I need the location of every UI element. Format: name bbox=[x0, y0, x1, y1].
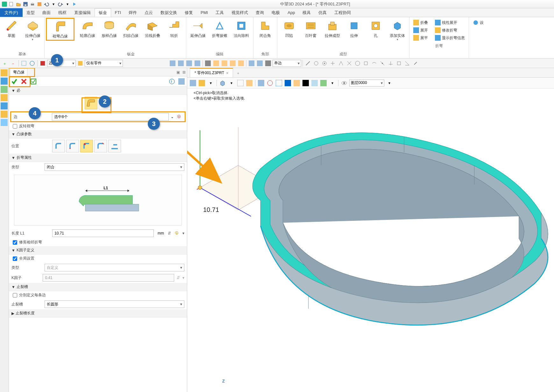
menu-pmi[interactable]: PMI bbox=[197, 8, 212, 17]
hem-flange-button[interactable]: 褶弯凸缘 bbox=[46, 18, 75, 41]
redo-dd-icon[interactable]: ▾ bbox=[64, 1, 71, 7]
fold-along-line-button[interactable]: 沿线折叠 bbox=[142, 18, 163, 39]
kfactor-input[interactable] bbox=[43, 274, 174, 282]
new-icon[interactable] bbox=[8, 1, 15, 7]
extrude-button[interactable]: 拉伸 bbox=[344, 18, 365, 39]
remove-sel-icon[interactable]: － bbox=[10, 60, 17, 67]
pos-opt-4[interactable] bbox=[94, 140, 107, 152]
sweep-flange-button[interactable]: 扫掠凸缘 bbox=[120, 18, 141, 39]
normal-cut-button[interactable]: 法向除料 bbox=[231, 18, 252, 39]
display-mode-icon[interactable] bbox=[76, 60, 84, 67]
display-select[interactable]: 仅有零件 bbox=[85, 60, 123, 67]
layer-select[interactable]: 图层0000 bbox=[349, 80, 384, 87]
menu-collab[interactable]: 工程协同 bbox=[330, 8, 355, 17]
save-as-icon[interactable] bbox=[36, 1, 43, 7]
length-pick-icon[interactable]: ⦿ bbox=[174, 231, 180, 235]
extrude-form-button[interactable]: 拉伸成型 bbox=[322, 18, 343, 39]
open-icon[interactable] bbox=[15, 1, 22, 7]
snap-icon-10[interactable] bbox=[379, 60, 386, 67]
menu-wireframe[interactable]: 线框 bbox=[54, 8, 70, 17]
trim-checkbox[interactable]: 修剪相邻折弯 bbox=[9, 238, 187, 246]
menu-weld[interactable]: 焊件 bbox=[125, 8, 141, 17]
tb-icon-e[interactable] bbox=[204, 60, 212, 67]
modify-bend-button[interactable]: 修改折弯 bbox=[434, 27, 458, 34]
hem-type-1[interactable] bbox=[85, 97, 97, 109]
extend-flange-button[interactable]: 延伸凸缘 bbox=[188, 18, 209, 39]
flatten-button[interactable]: 展平 bbox=[412, 34, 429, 41]
pos-opt-1[interactable] bbox=[52, 140, 65, 152]
pos-opt-3[interactable] bbox=[80, 140, 93, 152]
tb-icon-k[interactable] bbox=[256, 60, 264, 67]
section-bend-attr[interactable]: ▼折弯属性 bbox=[9, 154, 187, 162]
pos-opt-5[interactable] bbox=[108, 140, 121, 152]
menu-repair[interactable]: 修复 bbox=[181, 8, 197, 17]
snap-icon-8[interactable] bbox=[362, 60, 370, 67]
kfactor-stepper[interactable]: ⇵ bbox=[177, 276, 180, 280]
menu-app[interactable]: App bbox=[284, 8, 299, 17]
extrude-flange-button[interactable]: 拉伸凸缘 ▾ bbox=[23, 18, 43, 43]
option-select[interactable]: 单边 bbox=[273, 60, 301, 67]
louver-button[interactable]: 百叶窗 bbox=[300, 18, 321, 39]
snap-icon-14[interactable] bbox=[412, 60, 419, 67]
fold-button[interactable]: 折叠 bbox=[412, 19, 429, 26]
global-checkbox[interactable]: 全局设置 bbox=[9, 255, 187, 262]
menu-direct-edit[interactable]: 直接编辑 bbox=[70, 8, 95, 17]
sel-lasso-icon[interactable] bbox=[28, 60, 36, 67]
vt-icon-13[interactable] bbox=[320, 79, 327, 87]
left-tool-4[interactable] bbox=[1, 94, 8, 101]
close-tab-icon[interactable]: × bbox=[226, 71, 228, 75]
vt-icon-3[interactable]: ▾ bbox=[207, 79, 215, 87]
snap-icon-5[interactable] bbox=[337, 60, 345, 67]
linear-unfold-button[interactable]: 线性展开 bbox=[434, 19, 458, 26]
tb-icon-f[interactable] bbox=[212, 60, 220, 67]
add-tab-button[interactable]: ＋ bbox=[233, 69, 243, 77]
vt-icon-8[interactable] bbox=[275, 79, 283, 87]
undo-icon[interactable] bbox=[43, 1, 50, 7]
snap-icon-9[interactable] bbox=[370, 60, 378, 67]
viewport-canvas[interactable]: <Ctrl-pick>取消选择. <单击右键>获取实体输入选项. bbox=[187, 88, 554, 392]
tb-icon-i[interactable] bbox=[237, 60, 245, 67]
play-icon[interactable] bbox=[71, 1, 78, 7]
vt-icon-11[interactable] bbox=[302, 79, 309, 87]
tb-icon-b[interactable] bbox=[177, 60, 185, 67]
left-tool-5[interactable] bbox=[1, 102, 8, 109]
zw-logo-icon[interactable] bbox=[1, 1, 8, 7]
menu-modeling[interactable]: 造型 bbox=[23, 8, 39, 17]
snap-icon-3[interactable] bbox=[321, 60, 328, 67]
menu-sim[interactable]: 仿真 bbox=[315, 8, 330, 17]
bend-taper-button[interactable]: 折弯拔锥 bbox=[209, 18, 230, 39]
tb-icon-d[interactable] bbox=[194, 60, 201, 67]
cancel-button[interactable] bbox=[20, 77, 28, 86]
tb-icon-h[interactable] bbox=[229, 60, 237, 67]
vt-eye-icon[interactable] bbox=[340, 79, 348, 87]
section-flange-params[interactable]: ▼凸缘参数 bbox=[9, 130, 187, 138]
snap-icon-4[interactable] bbox=[329, 60, 337, 67]
length-dd-icon[interactable]: ▾ bbox=[182, 231, 184, 235]
length-stepper[interactable]: ⇵ bbox=[168, 231, 171, 235]
print-icon[interactable] bbox=[29, 1, 36, 7]
tb-icon-g[interactable] bbox=[221, 60, 228, 67]
vt-icon-7[interactable] bbox=[266, 79, 274, 87]
sketch-button[interactable]: 草图 bbox=[1, 18, 22, 39]
close-corner-button[interactable]: 闭合角 bbox=[255, 18, 276, 39]
hole-button[interactable]: 孔 bbox=[365, 18, 386, 39]
vt-icon-6[interactable] bbox=[257, 79, 265, 87]
left-tool-2[interactable] bbox=[1, 78, 8, 85]
vt-icon-5[interactable] bbox=[245, 79, 253, 87]
show-bend-info-button[interactable]: 显示折弯信息 bbox=[434, 34, 466, 41]
vt-icon-4[interactable] bbox=[237, 79, 244, 87]
info-button[interactable]: i bbox=[168, 77, 176, 86]
snap-icon-2[interactable] bbox=[312, 60, 320, 67]
tb-icon-l[interactable] bbox=[264, 60, 272, 67]
vt-icon-14[interactable]: ▾ bbox=[386, 79, 393, 87]
vt-icon-13b[interactable]: ▾ bbox=[329, 79, 336, 87]
menu-exchange[interactable]: 数据交换 bbox=[157, 8, 181, 17]
redo-icon[interactable] bbox=[57, 1, 64, 7]
kfactor-dd-icon[interactable]: ▾ bbox=[182, 276, 184, 280]
vt-icon-10[interactable] bbox=[293, 79, 301, 87]
section-relief-len[interactable]: ▶止裂槽长度 bbox=[9, 309, 187, 318]
menu-electrode[interactable]: 电极 bbox=[268, 8, 284, 17]
contour-flange-button[interactable]: 轮廓凸缘 bbox=[77, 18, 98, 39]
ktype-select[interactable]: 自定义 bbox=[45, 264, 184, 271]
section-relief[interactable]: ▼止裂槽 bbox=[9, 283, 187, 291]
